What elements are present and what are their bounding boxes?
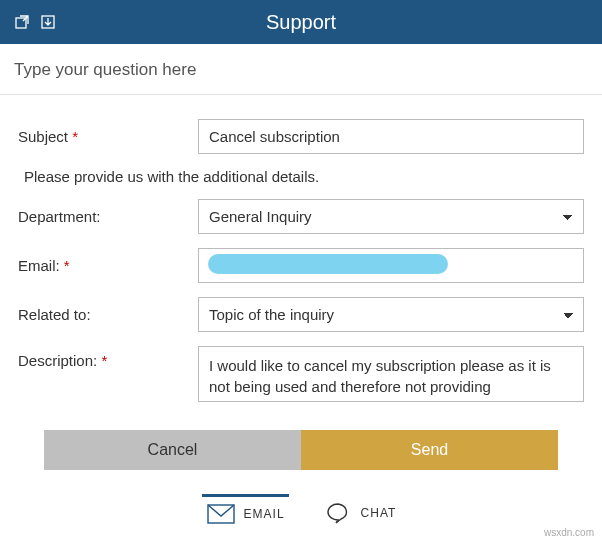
support-header: Support — [0, 0, 602, 44]
related-row: Related to: Topic of the inquiry — [18, 297, 584, 332]
attribution: wsxdn.com — [544, 527, 594, 538]
info-text: Please provide us with the additional de… — [24, 168, 584, 185]
channel-tabs: EMAIL CHAT — [18, 494, 584, 529]
popout-icon[interactable] — [12, 12, 32, 32]
tab-chat[interactable]: CHAT — [319, 496, 401, 528]
minimize-icon[interactable] — [38, 12, 58, 32]
question-input[interactable]: Type your question here — [0, 44, 602, 95]
subject-row: Subject * — [18, 119, 584, 154]
related-select[interactable]: Topic of the inquiry — [198, 297, 584, 332]
support-form: Subject * Please provide us with the add… — [0, 95, 602, 529]
page-title: Support — [266, 11, 336, 34]
department-row: Department: General Inquiry — [18, 199, 584, 234]
chat-icon — [323, 502, 353, 524]
tab-email-label: EMAIL — [244, 507, 285, 521]
send-button[interactable]: Send — [301, 430, 558, 470]
subject-label: Subject * — [18, 128, 198, 145]
redacted-overlay — [208, 254, 448, 274]
email-row: Email: * — [18, 248, 584, 283]
department-label: Department: — [18, 208, 198, 225]
description-textarea[interactable]: I would like to cancel my subscription p… — [198, 346, 584, 402]
email-icon — [206, 503, 236, 525]
department-select[interactable]: General Inquiry — [198, 199, 584, 234]
email-label: Email: * — [18, 257, 198, 274]
description-label: Description: * — [18, 346, 198, 369]
subject-input[interactable] — [198, 119, 584, 154]
button-row: Cancel Send — [44, 430, 558, 470]
tab-chat-label: CHAT — [361, 506, 397, 520]
related-label: Related to: — [18, 306, 198, 323]
tab-email[interactable]: EMAIL — [202, 494, 289, 529]
header-icons — [0, 12, 58, 32]
description-row: Description: * I would like to cancel my… — [18, 346, 584, 406]
cancel-button[interactable]: Cancel — [44, 430, 301, 470]
